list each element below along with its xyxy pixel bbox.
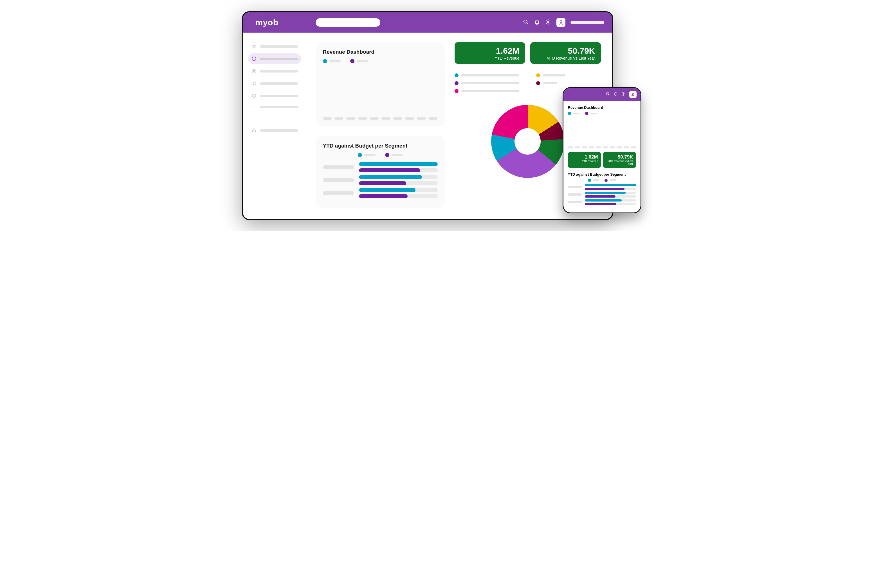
kpi-value: 1.62M bbox=[571, 154, 598, 160]
top-bar: myob bbox=[243, 12, 612, 33]
megaphone-icon bbox=[251, 81, 257, 86]
avatar[interactable] bbox=[629, 91, 636, 98]
revenue-barchart bbox=[323, 66, 438, 114]
user-name-placeholder bbox=[570, 21, 604, 24]
kpi-mtd-label: MTD Revenue Vs Last Year bbox=[536, 56, 595, 60]
kpi-tiles: 1.62M YTD Revenue 50.79K MTD Revenue Vs … bbox=[454, 42, 601, 64]
lock-icon bbox=[251, 128, 257, 133]
sidebar-item-favorites[interactable] bbox=[251, 44, 298, 49]
list-item bbox=[536, 74, 601, 77]
kpi-label: YTD Revenue bbox=[571, 160, 598, 163]
x-axis-labels bbox=[323, 117, 438, 120]
svg-point-3 bbox=[560, 21, 562, 22]
sidebar-item-marketing[interactable] bbox=[251, 81, 298, 86]
mobile-kpi-ytd: 1.62M YTD Revenue bbox=[568, 152, 601, 168]
segment-row bbox=[323, 175, 438, 185]
svg-point-2 bbox=[548, 21, 549, 23]
search-icon[interactable] bbox=[606, 92, 610, 97]
search-icon[interactable] bbox=[523, 19, 529, 26]
clock-icon bbox=[251, 56, 257, 61]
bell-icon[interactable] bbox=[614, 92, 618, 97]
segment-row bbox=[323, 162, 438, 172]
revenue-card: Revenue Dashboard bbox=[316, 42, 445, 126]
segment-row bbox=[568, 184, 636, 190]
desktop-window: myob bbox=[242, 11, 613, 220]
bell-icon[interactable] bbox=[534, 19, 540, 26]
svg-line-1 bbox=[526, 23, 528, 24]
dots-icon bbox=[251, 106, 257, 107]
sidebar-item-finance[interactable] bbox=[251, 69, 298, 74]
kpi-label: MTD Revenue Vs Last Year bbox=[606, 160, 633, 165]
legend-actual bbox=[358, 153, 376, 157]
legend-series-a bbox=[568, 112, 579, 115]
kpi-ytd-value: 1.62M bbox=[460, 46, 520, 56]
budget-title: YTD against Budget per Segment bbox=[323, 143, 438, 149]
kpi-mtd: 50.79K MTD Revenue Vs Last Year bbox=[530, 42, 601, 64]
mobile-top-bar bbox=[563, 88, 641, 101]
sidebar bbox=[243, 33, 304, 219]
list-item bbox=[454, 74, 519, 77]
list-item bbox=[454, 89, 519, 93]
list-item bbox=[454, 81, 519, 85]
mobile-revenue-title: Revenue Dashboard bbox=[568, 105, 636, 110]
list-item bbox=[536, 81, 601, 85]
avatar[interactable] bbox=[557, 18, 566, 27]
legend-budget bbox=[385, 153, 403, 157]
kpi-ytd-label: YTD Revenue bbox=[460, 56, 520, 60]
legend-series-b bbox=[585, 112, 597, 115]
segment-row bbox=[323, 188, 438, 198]
revenue-title: Revenue Dashboard bbox=[323, 49, 438, 55]
svg-point-10 bbox=[623, 93, 624, 94]
mobile-kpi-mtd: 50.79K MTD Revenue Vs Last Year bbox=[603, 152, 636, 168]
kpi-mtd-value: 50.79K bbox=[536, 46, 595, 56]
svg-point-0 bbox=[523, 20, 527, 23]
legend-budget bbox=[605, 179, 616, 182]
sidebar-item-more[interactable] bbox=[251, 106, 298, 108]
dollar-icon bbox=[251, 69, 257, 74]
mobile-barchart bbox=[568, 117, 636, 145]
budget-card: YTD against Budget per Segment bbox=[316, 136, 445, 208]
legend-series-a bbox=[323, 59, 341, 63]
legend-actual bbox=[588, 179, 599, 182]
kpi-value: 50.79K bbox=[606, 154, 633, 160]
svg-line-9 bbox=[608, 94, 609, 95]
gear-icon[interactable] bbox=[621, 92, 626, 97]
mobile-window: Revenue Dashboard 1.62M bbox=[563, 87, 641, 213]
sidebar-item-recent[interactable] bbox=[248, 53, 301, 64]
alarm-icon bbox=[251, 93, 257, 98]
star-icon bbox=[251, 44, 257, 49]
svg-point-8 bbox=[606, 93, 609, 95]
segment-row bbox=[568, 192, 636, 198]
segment-row bbox=[568, 199, 636, 205]
gear-icon[interactable] bbox=[545, 19, 551, 26]
mobile-budget-title: YTD against Budget per Segment bbox=[568, 172, 636, 177]
svg-point-11 bbox=[632, 93, 633, 94]
legend-series-b bbox=[350, 59, 368, 63]
sidebar-item-security[interactable] bbox=[251, 128, 298, 133]
kpi-ytd: 1.62M YTD Revenue bbox=[454, 42, 525, 64]
brand-logo: myob bbox=[256, 18, 278, 27]
svg-rect-7 bbox=[252, 130, 256, 132]
search-input[interactable] bbox=[316, 18, 380, 27]
sidebar-item-reminders[interactable] bbox=[251, 93, 298, 98]
